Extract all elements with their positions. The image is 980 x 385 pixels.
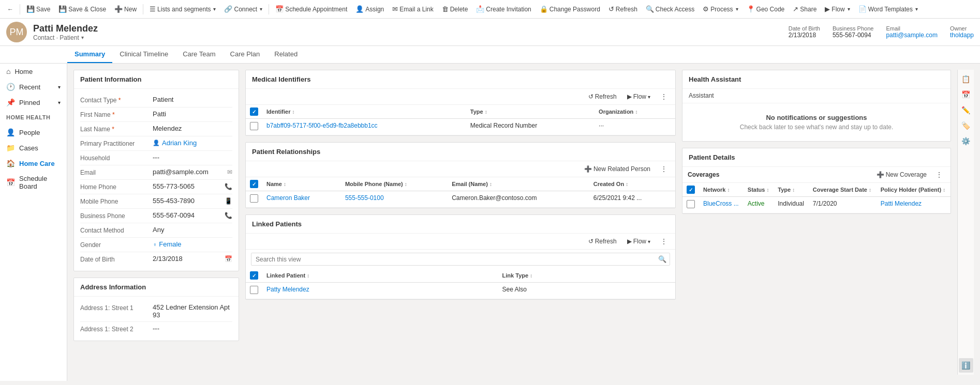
- coverage-select-all[interactable]: ✓: [687, 186, 695, 194]
- relationships-select-all[interactable]: ✓: [250, 180, 258, 188]
- medical-more-button[interactable]: ⋮: [658, 92, 670, 101]
- col-type[interactable]: Type ↕: [466, 105, 595, 119]
- recent-icon: 🕐: [6, 83, 15, 91]
- patty-melendez-link[interactable]: Patty Melendez: [266, 286, 309, 293]
- col-coverage-start-date[interactable]: Coverage Start Date ↕: [809, 183, 877, 197]
- col-rel-mobile[interactable]: Mobile Phone (Name) ↕: [341, 177, 448, 191]
- policy-holder-link[interactable]: Patti Melendez: [881, 200, 922, 207]
- col-rel-email[interactable]: Email (Name) ↕: [448, 177, 589, 191]
- word-templates-button[interactable]: 📄 Word Templates ▾: [855, 4, 921, 14]
- new-button[interactable]: ➕ New: [111, 4, 140, 14]
- new-coverage-button[interactable]: ➕ New Coverage: [873, 170, 930, 179]
- tab-clinical-timeline[interactable]: Clinical Timeline: [112, 46, 175, 63]
- save-close-button[interactable]: 💾 Save & Close: [55, 4, 109, 14]
- col-type[interactable]: Type ↕: [774, 183, 809, 197]
- col-organization[interactable]: Organization ↕: [595, 105, 675, 119]
- tab-summary[interactable]: Summary: [67, 46, 112, 63]
- back-icon: ←: [7, 6, 13, 13]
- flow-button[interactable]: ▶ Flow ▾: [822, 4, 853, 14]
- share-icon: ↗: [793, 5, 798, 13]
- back-button[interactable]: ←: [4, 4, 17, 14]
- patient-info-form: Contact Type * Patient First Name * Patt…: [74, 89, 239, 271]
- patient-relationships-card: Patient Relationships ➕ New Related Pers…: [245, 142, 676, 208]
- linked-more-button[interactable]: ⋮: [658, 237, 670, 246]
- linked-search-input[interactable]: [251, 254, 655, 265]
- check-access-button[interactable]: 🔍 Check Access: [643, 4, 697, 14]
- contact-name: Patti Melendez: [33, 23, 98, 34]
- header-email-link[interactable]: patti@sample.com: [886, 32, 938, 39]
- col-link-type[interactable]: Link Type ↕: [498, 269, 675, 283]
- form-row-business-phone: Business Phone 555-567-0094 📞: [80, 209, 232, 223]
- right-form-button[interactable]: 📋: [959, 72, 973, 86]
- medical-select-all[interactable]: ✓: [250, 107, 258, 116]
- header-business-phone: Business Phone 555-567-0094: [833, 25, 874, 39]
- col-rel-created[interactable]: Created On ↕: [589, 177, 675, 191]
- col-network[interactable]: Network ↕: [699, 183, 744, 197]
- lists-button[interactable]: ☰ Lists and segments ▾: [146, 4, 219, 14]
- new-related-person-button[interactable]: ➕ New Related Person: [581, 164, 654, 174]
- coverage-row-check[interactable]: [687, 200, 695, 208]
- save-button[interactable]: 💾 Save: [23, 4, 53, 14]
- cameron-baker-link[interactable]: Cameron Baker: [266, 194, 310, 202]
- tab-related[interactable]: Related: [267, 46, 305, 63]
- sidebar-item-schedule-board[interactable]: 📅 Schedule Board: [0, 171, 67, 194]
- delete-button[interactable]: 🗑 Delete: [439, 4, 471, 14]
- coverage-more-button[interactable]: ⋮: [933, 170, 945, 179]
- medical-flow-icon: ▶: [627, 93, 632, 100]
- col-linked-patient[interactable]: Linked Patient ↕: [262, 269, 498, 283]
- relationships-row-check[interactable]: [250, 194, 258, 203]
- create-invitation-button[interactable]: 📩 Create Invitation: [473, 4, 534, 14]
- linked-flow-button[interactable]: ▶ Flow ▾: [624, 237, 654, 246]
- sidebar-item-recent[interactable]: 🕐 Recent ▾: [0, 79, 67, 95]
- right-tag-button[interactable]: 🏷️: [959, 118, 973, 133]
- medical-refresh-button[interactable]: ↺ Refresh: [585, 92, 620, 101]
- identifier-link[interactable]: b7abff09-5717-5f00-e5d9-fb2a8ebbb1cc: [266, 122, 378, 129]
- sidebar: ⌂ Home 🕐 Recent ▾ 📌 Pinned ▾ Home Health…: [0, 64, 67, 381]
- coverage-table: ✓ Network ↕ Status ↕ Type ↕ Coverage Sta…: [682, 183, 951, 213]
- linked-refresh-button[interactable]: ↺ Refresh: [585, 237, 620, 246]
- email-link-button[interactable]: ✉ Email a Link: [389, 4, 436, 14]
- sidebar-item-home[interactable]: ⌂ Home: [0, 64, 67, 79]
- linked-table-row: Patty Melendez See Also: [246, 283, 675, 299]
- primary-practitioner-link[interactable]: 👤 Adrian King: [153, 139, 232, 147]
- tab-care-plan[interactable]: Care Plan: [223, 46, 268, 63]
- cameron-phone-link[interactable]: 555-555-0100: [345, 194, 384, 202]
- assign-button[interactable]: 👤 Assign: [352, 4, 387, 14]
- relationships-more-button[interactable]: ⋮: [658, 164, 670, 174]
- col-rel-name[interactable]: Name ↕: [262, 177, 341, 191]
- process-button[interactable]: ⚙ Process ▾: [700, 4, 741, 14]
- linked-row-check[interactable]: [250, 286, 258, 294]
- medical-row-check[interactable]: [250, 122, 258, 130]
- toolbar: ← 💾 Save 💾 Save & Close ➕ New ☰ Lists an…: [0, 0, 980, 19]
- refresh-button[interactable]: ↺ Refresh: [605, 4, 641, 14]
- col-identifier[interactable]: Identifier ↕: [262, 105, 466, 119]
- medical-flow-chevron: ▾: [648, 94, 650, 100]
- right-settings-button[interactable]: ⚙️: [959, 134, 973, 148]
- sidebar-item-home-care[interactable]: 🏠 Home Care: [0, 156, 67, 171]
- patient-info-card: Patient Information Contact Type * Patie…: [73, 70, 239, 271]
- save-icon: 💾: [26, 5, 35, 13]
- col-status[interactable]: Status ↕: [744, 183, 774, 197]
- gender-link[interactable]: ♀ Female: [153, 240, 232, 248]
- right-edit-button[interactable]: ✏️: [959, 103, 973, 117]
- medical-refresh-icon: ↺: [588, 93, 593, 100]
- right-calendar-button[interactable]: 📅: [959, 87, 973, 102]
- linked-select-all[interactable]: ✓: [250, 271, 258, 280]
- connect-button[interactable]: 🔗 Connect ▾: [221, 4, 265, 14]
- tab-care-team[interactable]: Care Team: [175, 46, 222, 63]
- network-link[interactable]: BlueCross ...: [703, 200, 739, 207]
- change-password-button[interactable]: 🔒 Change Password: [537, 4, 603, 14]
- right-column: Health Assistant Assistant No notificati…: [682, 70, 951, 375]
- sidebar-item-people[interactable]: 👤 People: [0, 125, 67, 140]
- form-row-street1: Address 1: Street 1 452 Ledner Extension…: [80, 301, 232, 322]
- sidebar-item-pinned[interactable]: 📌 Pinned ▾: [0, 95, 67, 110]
- share-button[interactable]: ↗ Share: [790, 4, 820, 14]
- schedule-button[interactable]: 📅 Schedule Appointment: [272, 4, 350, 14]
- col-policy-holder[interactable]: Policy Holder (Patient) ↕: [877, 183, 951, 197]
- medical-flow-button[interactable]: ▶ Flow ▾: [624, 92, 654, 101]
- pinned-chevron: ▾: [58, 100, 61, 105]
- header-owner-link[interactable]: tholdapp: [950, 32, 974, 39]
- geo-code-button[interactable]: 📍 Geo Code: [744, 4, 788, 14]
- right-info-button[interactable]: ℹ️: [959, 358, 973, 373]
- sidebar-item-cases[interactable]: 📁 Cases: [0, 140, 67, 156]
